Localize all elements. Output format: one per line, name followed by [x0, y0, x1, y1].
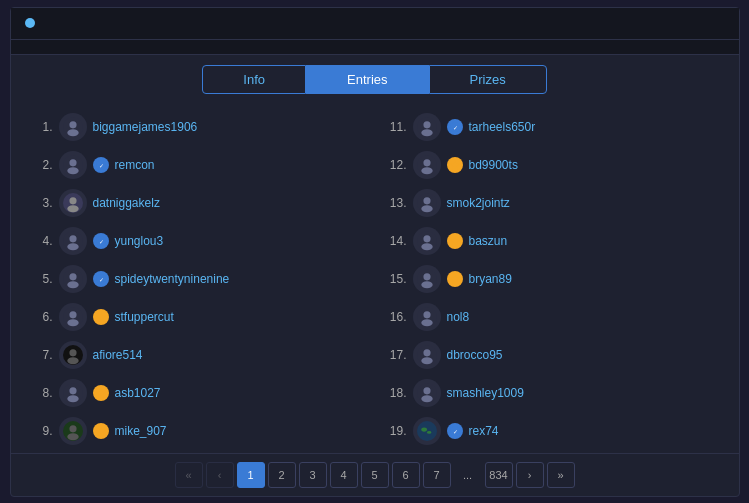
svg-point-43	[67, 319, 78, 326]
page-prev-button[interactable]: ‹	[206, 462, 234, 488]
entry-name[interactable]: datniggakelz	[93, 196, 160, 210]
svg-point-56	[67, 395, 78, 402]
entry-num: 3.	[31, 196, 53, 210]
entry-name[interactable]: remcon	[115, 158, 155, 172]
entry-name[interactable]: smashley1009	[447, 386, 524, 400]
svg-point-15	[421, 167, 432, 174]
entry-name[interactable]: yunglou3	[115, 234, 164, 248]
svg-point-49	[69, 349, 76, 356]
entry-num: 14.	[385, 234, 407, 248]
tab-entries[interactable]: Entries	[306, 65, 428, 94]
tab-info[interactable]: Info	[202, 65, 306, 94]
entry-num: 12.	[385, 158, 407, 172]
entry-num: 9.	[31, 424, 53, 438]
entry-name[interactable]: dbrocco95	[447, 348, 503, 362]
svg-point-5	[421, 129, 432, 136]
svg-text:✓: ✓	[452, 428, 457, 434]
contest-modal: Info Entries Prizes 1. biggamejames1906 …	[10, 7, 740, 497]
avatar	[413, 227, 441, 255]
badge-blue: ✓	[93, 271, 109, 287]
svg-point-21	[423, 197, 430, 204]
page-last-button[interactable]: »	[547, 462, 575, 488]
title-row	[25, 18, 43, 28]
entry-row: 15. bryan89	[375, 260, 729, 298]
entry-num: 4.	[31, 234, 53, 248]
svg-point-60	[421, 395, 432, 402]
svg-marker-40	[450, 274, 459, 283]
svg-point-34	[67, 281, 78, 288]
tabs-row: Info Entries Prizes	[11, 55, 739, 104]
svg-point-18	[69, 197, 76, 204]
entry-name[interactable]: bryan89	[469, 272, 512, 286]
svg-point-29	[423, 235, 430, 242]
badge-blue: ✓	[93, 157, 109, 173]
svg-marker-16	[450, 160, 459, 169]
status-dot	[25, 18, 35, 28]
svg-point-25	[67, 243, 78, 250]
entry-name[interactable]: rex74	[469, 424, 499, 438]
badge-blue: ✓	[93, 233, 109, 249]
entry-name[interactable]: spideytwentyninenine	[115, 272, 230, 286]
entry-row: 8. asb1027	[21, 374, 375, 412]
svg-point-14	[423, 159, 430, 166]
svg-point-24	[69, 235, 76, 242]
badge-gold	[447, 157, 463, 173]
entry-name[interactable]: afiore514	[93, 348, 143, 362]
entry-row: 18. smashley1009	[375, 374, 729, 412]
pagination: « ‹ 1 2 3 4 5 6 7 ... 834 › »	[11, 453, 739, 496]
entry-row: 5. ✓ spideytwentyninenine	[21, 260, 375, 298]
entry-name[interactable]: mike_907	[115, 424, 167, 438]
entry-num: 19.	[385, 424, 407, 438]
entry-row: 6. stfuppercut	[21, 298, 375, 336]
svg-point-65	[417, 421, 437, 441]
svg-point-59	[423, 387, 430, 394]
entry-name[interactable]: bd9900ts	[469, 158, 518, 172]
entry-name[interactable]: biggamejames1906	[93, 120, 198, 134]
svg-point-46	[423, 311, 430, 318]
page-first-button[interactable]: «	[175, 462, 203, 488]
page-1-button[interactable]: 1	[237, 462, 265, 488]
entry-num: 6.	[31, 310, 53, 324]
page-2-button[interactable]: 2	[268, 462, 296, 488]
entry-num: 11.	[385, 120, 407, 134]
badge-gold	[93, 423, 109, 439]
avatar	[59, 227, 87, 255]
entry-name[interactable]: baszun	[469, 234, 508, 248]
badge-gold	[93, 309, 109, 325]
avatar	[413, 113, 441, 141]
entry-num: 15.	[385, 272, 407, 286]
modal-header	[11, 8, 739, 40]
pagination-dots: ...	[454, 462, 482, 488]
page-6-button[interactable]: 6	[392, 462, 420, 488]
close-button[interactable]	[717, 21, 725, 25]
svg-text:✓: ✓	[452, 124, 457, 130]
avatar	[413, 151, 441, 179]
avatar	[413, 265, 441, 293]
page-3-button[interactable]: 3	[299, 462, 327, 488]
entry-name[interactable]: stfuppercut	[115, 310, 174, 324]
page-834-button[interactable]: 834	[485, 462, 513, 488]
svg-point-50	[67, 357, 78, 364]
page-7-button[interactable]: 7	[423, 462, 451, 488]
page-4-button[interactable]: 4	[330, 462, 358, 488]
entry-name[interactable]: nol8	[447, 310, 470, 324]
svg-point-67	[427, 431, 431, 434]
entry-name[interactable]: tarheels650r	[469, 120, 536, 134]
entry-row: 17. dbrocco95	[375, 336, 729, 374]
entry-num: 8.	[31, 386, 53, 400]
svg-marker-57	[96, 388, 105, 397]
entry-row: 1. biggamejames1906	[21, 108, 375, 146]
svg-point-39	[421, 281, 432, 288]
entry-num: 7.	[31, 348, 53, 362]
avatar	[59, 265, 87, 293]
svg-text:✓: ✓	[98, 238, 103, 244]
page-next-button[interactable]: ›	[516, 462, 544, 488]
page-5-button[interactable]: 5	[361, 462, 389, 488]
svg-point-47	[421, 319, 432, 326]
entry-name[interactable]: asb1027	[115, 386, 161, 400]
entry-name[interactable]: smok2jointz	[447, 196, 510, 210]
entry-num: 2.	[31, 158, 53, 172]
tab-prizes[interactable]: Prizes	[429, 65, 547, 94]
svg-marker-44	[96, 312, 105, 321]
entry-row: 13. smok2jointz	[375, 184, 729, 222]
